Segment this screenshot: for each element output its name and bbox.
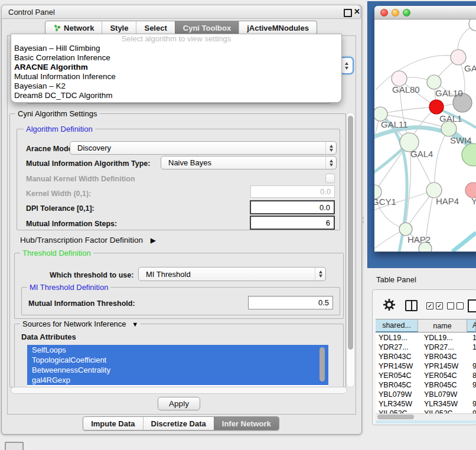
cell-name: YPR145W bbox=[418, 361, 467, 371]
table-footer-strip bbox=[376, 420, 476, 423]
close-icon[interactable]: ✕ bbox=[354, 7, 360, 16]
sources-group-title[interactable]: Sources for Network Inference ▼ bbox=[20, 320, 141, 328]
settings-scrollbar-thumb[interactable] bbox=[348, 116, 353, 350]
minimized-panel-icon[interactable] bbox=[5, 442, 24, 450]
cell-value: 9. bbox=[467, 380, 476, 390]
node-green-large[interactable] bbox=[462, 144, 476, 166]
algorithm-option[interactable]: Bayesian – K2 bbox=[11, 81, 341, 91]
settings-vertical-scrollbar[interactable] bbox=[346, 112, 355, 387]
cell-value: 8. bbox=[467, 371, 476, 380]
window-close-icon[interactable] bbox=[380, 9, 388, 17]
control-panel-titlebar bbox=[1, 5, 361, 19]
control-panel-tabbar: Network Style Select Cyni Toolbox jActiv… bbox=[1, 21, 361, 35]
cell-value: 9. bbox=[467, 399, 476, 409]
tab-impute-data-label: Impute Data bbox=[91, 419, 135, 428]
algorithm-option-selected[interactable]: ARACNE Algorithm bbox=[11, 63, 341, 72]
data-attributes-list[interactable]: SelfLoops TopologicalCoefficient Between… bbox=[27, 345, 328, 386]
checkbox-unchecked-icon bbox=[447, 302, 454, 309]
tab-infer-network-label: Infer Network bbox=[222, 419, 271, 428]
tab-discretize-data[interactable]: Discretize Data bbox=[143, 417, 214, 430]
attribute-item[interactable]: TopologicalCoefficient bbox=[27, 355, 328, 365]
data-attributes-label: Data Attributes bbox=[21, 333, 76, 341]
window-controls bbox=[380, 9, 410, 17]
checked-columns-icon[interactable]: ✓ ✓ bbox=[426, 302, 443, 309]
table-row[interactable]: YLR345W YLR345W 9. bbox=[376, 399, 476, 409]
float-window-icon[interactable] bbox=[344, 9, 352, 17]
tab-infer-network[interactable]: Infer Network bbox=[214, 417, 279, 430]
mi-threshold-label: Mutual Information Threshold: bbox=[28, 299, 135, 308]
algorithm-option[interactable]: Mutual Information Inference bbox=[11, 72, 341, 81]
cell-shared-name: YBL079W bbox=[376, 390, 418, 399]
manual-kernel-checkbox[interactable] bbox=[325, 174, 335, 183]
window-zoom-icon[interactable] bbox=[403, 9, 410, 17]
column-header-clipped[interactable]: A bbox=[467, 319, 476, 332]
document-icon[interactable] bbox=[468, 299, 476, 312]
table-row[interactable]: YPR145W YPR145W 9. bbox=[376, 361, 476, 371]
kernel-width-field[interactable]: 0.0 bbox=[250, 185, 335, 198]
column-header-shared-name[interactable]: shared... bbox=[376, 319, 418, 332]
tab-jactivemnodules-label: jActiveMNodules bbox=[247, 24, 309, 32]
apply-button[interactable]: Apply bbox=[158, 397, 200, 410]
table-row[interactable]: YBR045C YBR045C 9. bbox=[376, 380, 476, 390]
which-threshold-combo[interactable]: MI Threshold bbox=[138, 267, 326, 281]
combo-arrows-icon bbox=[315, 268, 325, 281]
table-row[interactable]: YDR27... YDR27... 12 bbox=[376, 343, 476, 352]
cyni-settings-group-title: Cyni Algorithm Settings bbox=[15, 110, 99, 118]
cell-name: YBR043C bbox=[418, 352, 467, 361]
aracne-mode-combo[interactable]: Discovery bbox=[70, 141, 337, 155]
splitter-grip[interactable]: ‹› bbox=[361, 216, 365, 224]
node-table[interactable]: YDL19... YDL19... 13 YDR27... YDR27... 1… bbox=[376, 333, 476, 413]
tab-cyni-toolbox[interactable]: Cyni Toolbox bbox=[175, 21, 239, 34]
settings-horizontal-scrollbar[interactable] bbox=[11, 387, 347, 394]
collapse-down-icon[interactable]: ▼ bbox=[132, 321, 138, 328]
cell-shared-name: YPR145W bbox=[376, 361, 418, 371]
algorithm-option[interactable]: Dream8 DC_TDC Algorithm bbox=[11, 91, 341, 100]
expand-right-icon[interactable]: ▶ bbox=[151, 236, 156, 244]
cell-shared-name: YDL19... bbox=[376, 333, 418, 343]
table-scrollbar-thumb[interactable] bbox=[377, 415, 414, 419]
network-icon bbox=[53, 24, 61, 32]
column-header-name[interactable]: name bbox=[418, 319, 467, 332]
node-gal1[interactable] bbox=[429, 100, 444, 114]
tab-jactivemnodules[interactable]: jActiveMNodules bbox=[239, 21, 317, 34]
node-label: GAL80 bbox=[392, 84, 420, 94]
algorithm-dropdown-popup: Select algorithm to view settings Bayesi… bbox=[11, 34, 342, 103]
cell-name: YLR345W bbox=[418, 399, 467, 409]
algorithm-option[interactable]: Basic Correlation Inference bbox=[11, 53, 341, 63]
table-row[interactable]: YIL052C YIL052C 9. bbox=[376, 409, 476, 413]
tab-impute-data[interactable]: Impute Data bbox=[83, 417, 142, 430]
cell-shared-name: YDR27... bbox=[376, 343, 418, 352]
network-canvas[interactable]: GAL GAL80 GAL10 GAL1 GAL11 SWI4 GAL4 GCY… bbox=[374, 19, 476, 252]
table-row[interactable]: YBR043C YBR043C bbox=[376, 352, 476, 361]
cell-shared-name: YBR043C bbox=[376, 352, 418, 361]
dpi-tolerance-field[interactable]: 0.0 bbox=[250, 200, 335, 214]
node-gal10[interactable] bbox=[427, 75, 441, 89]
tab-style[interactable]: Style bbox=[102, 21, 136, 34]
node-label: GAL10 bbox=[435, 88, 463, 98]
mi-steps-field[interactable]: 6 bbox=[250, 216, 335, 230]
window-minimize-icon[interactable] bbox=[392, 9, 399, 17]
mi-algorithm-type-combo[interactable]: Naive Bayes bbox=[161, 156, 337, 169]
tab-select[interactable]: Select bbox=[136, 21, 174, 34]
attributes-list-scrollbar-thumb[interactable] bbox=[319, 347, 325, 381]
algorithm-option[interactable]: Bayesian – Hill Climbing bbox=[11, 44, 341, 53]
table-row[interactable]: YER054C YER054C 8. bbox=[376, 371, 476, 380]
node-hap2[interactable] bbox=[399, 223, 412, 236]
spinner-up-icon bbox=[345, 62, 348, 65]
columns-icon[interactable] bbox=[405, 300, 418, 311]
attribute-item[interactable]: BetweennessCentrality bbox=[27, 365, 328, 375]
gear-icon[interactable] bbox=[383, 299, 395, 311]
node[interactable] bbox=[469, 19, 476, 31]
table-row[interactable]: YDL19... YDL19... 13 bbox=[376, 333, 476, 343]
cell-name: YER054C bbox=[418, 371, 467, 380]
dpi-tolerance-value: 0.0 bbox=[319, 203, 330, 212]
attribute-item[interactable]: SelfLoops bbox=[27, 345, 328, 355]
tab-style-label: Style bbox=[110, 24, 128, 32]
mi-threshold-field[interactable]: 0.5 bbox=[248, 296, 333, 309]
table-row[interactable]: YBL079W YBL079W bbox=[376, 390, 476, 399]
hub-section-toggle[interactable]: Hub/Transcription Factor Definition ▶ bbox=[20, 236, 156, 244]
tab-network[interactable]: Network bbox=[45, 21, 102, 34]
unchecked-columns-icon[interactable] bbox=[447, 302, 464, 309]
which-threshold-value: MI Threshold bbox=[146, 270, 191, 279]
attribute-item[interactable]: gal4RGexp bbox=[27, 375, 328, 385]
